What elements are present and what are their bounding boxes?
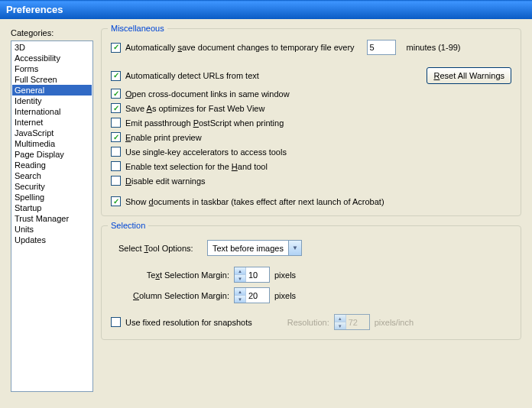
category-item[interactable]: Page Display — [12, 149, 92, 160]
category-item[interactable]: Startup — [12, 202, 92, 213]
print-preview-label: Enable print preview — [125, 133, 202, 142]
cross-doc-label: Open cross-document links in same window — [125, 89, 290, 99]
disable-warn-checkbox[interactable] — [111, 176, 121, 186]
autosave-suffix: minutes (1-99) — [407, 43, 461, 52]
selection-title: Selection — [108, 221, 148, 230]
misc-group: Miscellaneous Automatically save documen… — [101, 28, 521, 216]
category-item[interactable]: JavaScript — [12, 128, 92, 138]
detect-urls-checkbox[interactable] — [111, 71, 121, 81]
taskbar-checkbox[interactable] — [111, 196, 121, 206]
print-preview-checkbox[interactable] — [111, 132, 121, 142]
fixed-res-checkbox[interactable] — [111, 317, 121, 327]
fixed-res-label: Use fixed resolution for snapshots — [125, 318, 252, 327]
resolution-unit: pixels/inch — [375, 318, 414, 327]
misc-title: Miscellaneous — [108, 24, 167, 33]
resolution-label: Resolution: — [287, 318, 329, 327]
text-margin-spinner[interactable]: ▲▼ — [234, 267, 270, 283]
category-item[interactable]: International — [12, 106, 92, 117]
category-item[interactable]: Multimedia — [12, 138, 92, 149]
single-key-label: Use single-key accelerators to access to… — [125, 147, 287, 157]
postscript-checkbox[interactable] — [111, 118, 121, 128]
selection-group: Selection Select Tool Options: Text befo… — [101, 225, 521, 340]
category-item[interactable]: Accessibility — [12, 53, 92, 63]
detect-urls-label: Automatically detect URLs from text — [125, 71, 259, 80]
text-margin-unit: pixels — [274, 270, 296, 280]
autosave-label: Automatically save document changes to t… — [125, 43, 355, 52]
category-item[interactable]: General — [12, 85, 92, 96]
col-margin-label: Column Selection Margin: — [118, 291, 229, 300]
tool-options-select[interactable]: Text before images▼ — [207, 240, 302, 256]
category-item[interactable]: Trust Manager — [12, 213, 92, 224]
categories-label: Categories: — [11, 28, 93, 37]
category-item[interactable]: Reading — [12, 160, 92, 170]
single-key-checkbox[interactable] — [111, 147, 121, 157]
save-as-checkbox[interactable] — [111, 103, 121, 113]
hand-tool-checkbox[interactable] — [111, 161, 121, 171]
categories-listbox[interactable]: 3DAccessibilityFormsFull ScreenGeneralId… — [11, 40, 93, 392]
category-item[interactable]: Identity — [12, 96, 92, 106]
save-as-label: Save As optimizes for Fast Web View — [125, 104, 264, 113]
category-item[interactable]: Units — [12, 224, 92, 235]
category-item[interactable]: Forms — [12, 63, 92, 74]
chevron-down-icon: ▼ — [288, 241, 301, 255]
taskbar-label: Show documents in taskbar (takes effect … — [125, 197, 384, 206]
reset-warnings-button[interactable]: Reset All Warnings — [427, 67, 511, 84]
col-margin-unit: pixels — [274, 291, 296, 300]
category-item[interactable]: Full Screen — [12, 74, 92, 85]
cross-doc-checkbox[interactable] — [111, 89, 121, 99]
window-title: Preferences — [0, 0, 532, 19]
category-item[interactable]: Updates — [12, 235, 92, 245]
resolution-spinner: ▲▼ — [334, 314, 370, 330]
text-margin-label: Text Selection Margin: — [118, 270, 229, 280]
col-margin-spinner[interactable]: ▲▼ — [234, 287, 270, 303]
category-item[interactable]: Internet — [12, 117, 92, 128]
category-item[interactable]: Spelling — [12, 192, 92, 202]
category-item[interactable]: Search — [12, 170, 92, 181]
tool-options-label: Select Tool Options: — [118, 244, 203, 253]
autosave-minutes-input[interactable] — [367, 40, 396, 55]
postscript-label: Emit passthrough PostScript when printin… — [125, 118, 284, 128]
category-item[interactable]: 3D — [12, 42, 92, 53]
autosave-checkbox[interactable] — [111, 43, 121, 53]
category-item[interactable]: Security — [12, 181, 92, 192]
hand-tool-label: Enable text selection for the Hand tool — [125, 162, 268, 171]
disable-warn-label: Disable edit warnings — [125, 176, 206, 186]
